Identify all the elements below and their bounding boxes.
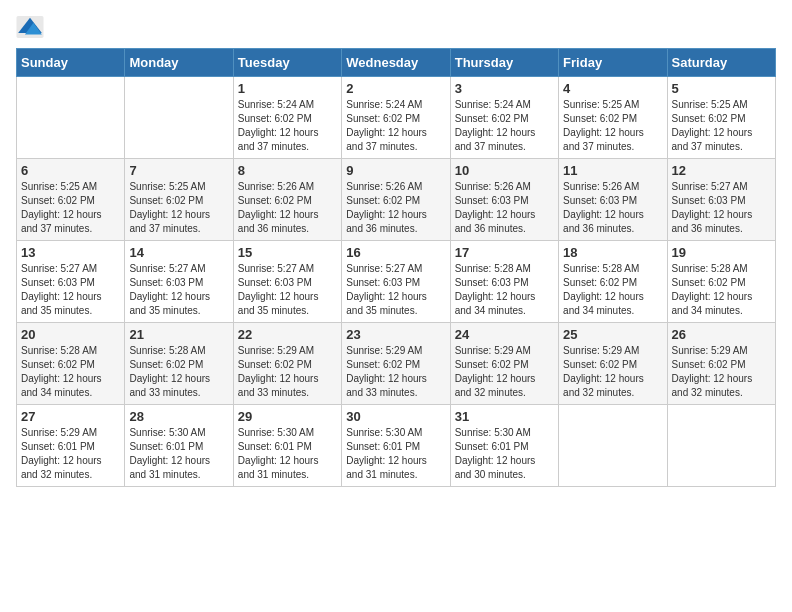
day-info: Sunrise: 5:28 AMSunset: 6:03 PMDaylight:… (455, 263, 536, 316)
day-number: 2 (346, 81, 445, 96)
calendar-cell-3-6: 26Sunrise: 5:29 AMSunset: 6:02 PMDayligh… (667, 323, 775, 405)
day-number: 4 (563, 81, 662, 96)
calendar-cell-0-5: 4Sunrise: 5:25 AMSunset: 6:02 PMDaylight… (559, 77, 667, 159)
calendar-header-wednesday: Wednesday (342, 49, 450, 77)
day-number: 16 (346, 245, 445, 260)
calendar-cell-1-1: 7Sunrise: 5:25 AMSunset: 6:02 PMDaylight… (125, 159, 233, 241)
calendar-cell-4-1: 28Sunrise: 5:30 AMSunset: 6:01 PMDayligh… (125, 405, 233, 487)
calendar-cell-2-2: 15Sunrise: 5:27 AMSunset: 6:03 PMDayligh… (233, 241, 341, 323)
day-number: 26 (672, 327, 771, 342)
day-info: Sunrise: 5:29 AMSunset: 6:02 PMDaylight:… (563, 345, 644, 398)
calendar-cell-0-6: 5Sunrise: 5:25 AMSunset: 6:02 PMDaylight… (667, 77, 775, 159)
calendar-cell-3-5: 25Sunrise: 5:29 AMSunset: 6:02 PMDayligh… (559, 323, 667, 405)
day-info: Sunrise: 5:29 AMSunset: 6:02 PMDaylight:… (238, 345, 319, 398)
calendar-cell-4-3: 30Sunrise: 5:30 AMSunset: 6:01 PMDayligh… (342, 405, 450, 487)
calendar-cell-3-0: 20Sunrise: 5:28 AMSunset: 6:02 PMDayligh… (17, 323, 125, 405)
calendar-week-5: 27Sunrise: 5:29 AMSunset: 6:01 PMDayligh… (17, 405, 776, 487)
day-number: 6 (21, 163, 120, 178)
calendar-cell-2-4: 17Sunrise: 5:28 AMSunset: 6:03 PMDayligh… (450, 241, 558, 323)
day-number: 12 (672, 163, 771, 178)
calendar-cell-1-2: 8Sunrise: 5:26 AMSunset: 6:02 PMDaylight… (233, 159, 341, 241)
day-number: 13 (21, 245, 120, 260)
day-number: 31 (455, 409, 554, 424)
calendar-week-2: 6Sunrise: 5:25 AMSunset: 6:02 PMDaylight… (17, 159, 776, 241)
calendar-header-sunday: Sunday (17, 49, 125, 77)
day-info: Sunrise: 5:24 AMSunset: 6:02 PMDaylight:… (238, 99, 319, 152)
day-number: 1 (238, 81, 337, 96)
day-number: 8 (238, 163, 337, 178)
day-info: Sunrise: 5:30 AMSunset: 6:01 PMDaylight:… (129, 427, 210, 480)
day-info: Sunrise: 5:29 AMSunset: 6:02 PMDaylight:… (672, 345, 753, 398)
day-number: 20 (21, 327, 120, 342)
day-info: Sunrise: 5:28 AMSunset: 6:02 PMDaylight:… (129, 345, 210, 398)
day-info: Sunrise: 5:28 AMSunset: 6:02 PMDaylight:… (21, 345, 102, 398)
calendar-cell-3-4: 24Sunrise: 5:29 AMSunset: 6:02 PMDayligh… (450, 323, 558, 405)
day-info: Sunrise: 5:25 AMSunset: 6:02 PMDaylight:… (672, 99, 753, 152)
day-number: 22 (238, 327, 337, 342)
calendar-cell-0-3: 2Sunrise: 5:24 AMSunset: 6:02 PMDaylight… (342, 77, 450, 159)
day-info: Sunrise: 5:27 AMSunset: 6:03 PMDaylight:… (672, 181, 753, 234)
calendar-cell-0-4: 3Sunrise: 5:24 AMSunset: 6:02 PMDaylight… (450, 77, 558, 159)
calendar-cell-1-0: 6Sunrise: 5:25 AMSunset: 6:02 PMDaylight… (17, 159, 125, 241)
day-number: 19 (672, 245, 771, 260)
calendar-cell-2-0: 13Sunrise: 5:27 AMSunset: 6:03 PMDayligh… (17, 241, 125, 323)
calendar-header-friday: Friday (559, 49, 667, 77)
calendar-cell-1-3: 9Sunrise: 5:26 AMSunset: 6:02 PMDaylight… (342, 159, 450, 241)
day-number: 14 (129, 245, 228, 260)
day-info: Sunrise: 5:30 AMSunset: 6:01 PMDaylight:… (455, 427, 536, 480)
calendar-header-row: SundayMondayTuesdayWednesdayThursdayFrid… (17, 49, 776, 77)
calendar-table: SundayMondayTuesdayWednesdayThursdayFrid… (16, 48, 776, 487)
calendar-week-3: 13Sunrise: 5:27 AMSunset: 6:03 PMDayligh… (17, 241, 776, 323)
calendar-cell-1-4: 10Sunrise: 5:26 AMSunset: 6:03 PMDayligh… (450, 159, 558, 241)
day-info: Sunrise: 5:26 AMSunset: 6:02 PMDaylight:… (346, 181, 427, 234)
day-info: Sunrise: 5:24 AMSunset: 6:02 PMDaylight:… (455, 99, 536, 152)
day-info: Sunrise: 5:30 AMSunset: 6:01 PMDaylight:… (346, 427, 427, 480)
day-info: Sunrise: 5:29 AMSunset: 6:01 PMDaylight:… (21, 427, 102, 480)
day-number: 15 (238, 245, 337, 260)
calendar-week-1: 1Sunrise: 5:24 AMSunset: 6:02 PMDaylight… (17, 77, 776, 159)
calendar-cell-3-1: 21Sunrise: 5:28 AMSunset: 6:02 PMDayligh… (125, 323, 233, 405)
day-number: 3 (455, 81, 554, 96)
day-info: Sunrise: 5:25 AMSunset: 6:02 PMDaylight:… (21, 181, 102, 234)
day-info: Sunrise: 5:27 AMSunset: 6:03 PMDaylight:… (346, 263, 427, 316)
calendar-cell-0-1 (125, 77, 233, 159)
day-number: 9 (346, 163, 445, 178)
calendar-cell-1-5: 11Sunrise: 5:26 AMSunset: 6:03 PMDayligh… (559, 159, 667, 241)
day-number: 24 (455, 327, 554, 342)
day-number: 17 (455, 245, 554, 260)
day-info: Sunrise: 5:26 AMSunset: 6:02 PMDaylight:… (238, 181, 319, 234)
calendar-cell-4-6 (667, 405, 775, 487)
calendar-cell-3-3: 23Sunrise: 5:29 AMSunset: 6:02 PMDayligh… (342, 323, 450, 405)
calendar-cell-2-1: 14Sunrise: 5:27 AMSunset: 6:03 PMDayligh… (125, 241, 233, 323)
day-info: Sunrise: 5:26 AMSunset: 6:03 PMDaylight:… (563, 181, 644, 234)
calendar-cell-4-0: 27Sunrise: 5:29 AMSunset: 6:01 PMDayligh… (17, 405, 125, 487)
day-number: 21 (129, 327, 228, 342)
calendar-header-thursday: Thursday (450, 49, 558, 77)
calendar-cell-4-5 (559, 405, 667, 487)
day-number: 28 (129, 409, 228, 424)
calendar-cell-2-3: 16Sunrise: 5:27 AMSunset: 6:03 PMDayligh… (342, 241, 450, 323)
logo-icon (16, 16, 44, 38)
day-info: Sunrise: 5:28 AMSunset: 6:02 PMDaylight:… (563, 263, 644, 316)
day-number: 27 (21, 409, 120, 424)
day-info: Sunrise: 5:26 AMSunset: 6:03 PMDaylight:… (455, 181, 536, 234)
day-number: 5 (672, 81, 771, 96)
calendar-cell-0-2: 1Sunrise: 5:24 AMSunset: 6:02 PMDaylight… (233, 77, 341, 159)
day-number: 18 (563, 245, 662, 260)
calendar-cell-4-4: 31Sunrise: 5:30 AMSunset: 6:01 PMDayligh… (450, 405, 558, 487)
calendar-cell-0-0 (17, 77, 125, 159)
day-info: Sunrise: 5:28 AMSunset: 6:02 PMDaylight:… (672, 263, 753, 316)
day-info: Sunrise: 5:29 AMSunset: 6:02 PMDaylight:… (455, 345, 536, 398)
day-number: 11 (563, 163, 662, 178)
calendar-cell-1-6: 12Sunrise: 5:27 AMSunset: 6:03 PMDayligh… (667, 159, 775, 241)
calendar-header-monday: Monday (125, 49, 233, 77)
day-info: Sunrise: 5:27 AMSunset: 6:03 PMDaylight:… (21, 263, 102, 316)
day-number: 10 (455, 163, 554, 178)
logo (16, 16, 48, 38)
day-info: Sunrise: 5:25 AMSunset: 6:02 PMDaylight:… (563, 99, 644, 152)
day-info: Sunrise: 5:27 AMSunset: 6:03 PMDaylight:… (238, 263, 319, 316)
calendar-cell-4-2: 29Sunrise: 5:30 AMSunset: 6:01 PMDayligh… (233, 405, 341, 487)
calendar-cell-3-2: 22Sunrise: 5:29 AMSunset: 6:02 PMDayligh… (233, 323, 341, 405)
day-info: Sunrise: 5:29 AMSunset: 6:02 PMDaylight:… (346, 345, 427, 398)
page-header (16, 16, 776, 38)
